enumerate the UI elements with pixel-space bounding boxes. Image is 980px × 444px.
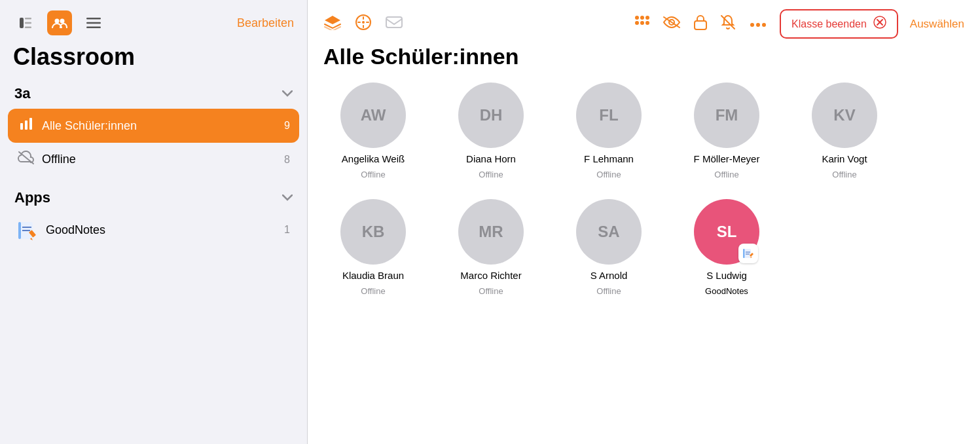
svg-rect-6 [86,18,101,20]
apps-chevron-icon [282,194,293,201]
student-avatar-aw: AW [340,83,406,148]
klasse-beenden-label: Klasse beenden [791,18,867,30]
student-avatar-kb: KB [340,199,406,265]
svg-point-23 [640,16,644,20]
auswahlen-button[interactable]: Auswählen [910,18,964,31]
cloud-off-icon [17,151,35,168]
student-aw[interactable]: AW Angelika Weiß Offline [334,83,412,179]
student-status-aw: Offline [361,170,385,179]
main-content: Klasse beenden Auswählen Alle Schüler:in… [308,0,980,444]
message-icon[interactable] [385,15,403,33]
lock-icon[interactable] [693,14,708,35]
student-sl[interactable]: SL S Ludwig GoodNotes [687,199,766,296]
svg-rect-10 [25,120,27,130]
toolbar-left [323,14,403,35]
student-name-dh: Diana Horn [466,153,516,164]
group-icon [52,16,67,29]
student-name-fl: F Lehmann [584,153,634,164]
group-view-button[interactable] [47,10,72,35]
student-status-mr: Offline [479,286,503,296]
student-status-dh: Offline [479,170,503,179]
layers-icon[interactable] [323,14,342,34]
student-kb[interactable]: KB Klaudia Braun Offline [334,199,412,296]
list-icon [86,17,101,29]
student-kv[interactable]: KV Karin Vogt Offline [805,83,884,179]
group-label: 3a [14,85,30,102]
svg-point-4 [55,19,60,24]
svg-point-27 [645,21,649,25]
student-status-kv: Offline [832,170,856,179]
student-status-sl: GoodNotes [705,286,748,296]
apps-grid-icon[interactable] [633,14,650,35]
svg-point-20 [362,21,365,24]
group-header[interactable]: 3a [8,79,299,109]
student-app-badge-sl [738,244,758,263]
apps-header[interactable]: Apps [8,183,299,213]
student-fm[interactable]: FM F Möller-Meyer Offline [687,83,766,179]
svg-point-34 [762,23,766,27]
student-name-fm: F Möller-Meyer [694,153,760,164]
svg-rect-1 [25,18,31,20]
svg-rect-8 [86,27,101,29]
student-avatar-fm: FM [694,83,759,148]
student-avatar-sl: SL [694,199,759,265]
goodnotes-count: 1 [284,224,290,236]
svg-point-32 [750,23,754,27]
goodnotes-icon [17,219,38,240]
goodnotes-label: GoodNotes [46,223,276,237]
eye-off-icon[interactable] [662,15,681,33]
main-title: Alle Schüler:innen [308,39,980,83]
student-avatar-fl: FL [576,83,642,148]
sidebar-icon-group [13,10,106,35]
svg-rect-39 [743,249,745,258]
offline-count: 8 [284,154,290,166]
edit-button[interactable]: Bearbeiten [237,16,294,30]
bar-chart-icon [17,117,35,135]
student-name-kb: Klaudia Braun [342,270,404,281]
more-icon[interactable] [748,16,768,33]
svg-rect-11 [29,118,32,130]
class-section: 3a Alle Schüler:innen 9 [0,79,307,176]
svg-point-25 [635,21,639,25]
svg-rect-0 [20,18,24,28]
svg-rect-9 [20,123,23,130]
apps-section: Apps GoodNotes 1 [0,183,307,247]
student-name-aw: Angelika Weiß [342,153,405,164]
goodnotes-item[interactable]: GoodNotes 1 [8,213,299,247]
student-name-mr: Marco Richter [460,270,521,281]
sidebar-toggle-button[interactable] [13,10,38,35]
student-status-fm: Offline [714,170,738,179]
svg-point-33 [756,23,760,27]
klasse-beenden-close-icon[interactable] [873,16,886,32]
apps-label: Apps [14,189,50,206]
student-mr[interactable]: MR Marco Richter Offline [452,199,530,296]
alle-schueler-label: Alle Schüler:innen [42,119,278,133]
offline-label: Offline [42,153,278,166]
student-avatar-dh: DH [458,83,524,148]
student-status-fl: Offline [596,170,621,179]
alle-schueler-count: 9 [284,120,290,132]
svg-point-24 [645,16,649,20]
student-dh[interactable]: DH Diana Horn Offline [452,83,530,179]
bell-off-icon[interactable] [719,14,736,35]
student-status-sa: Offline [596,286,621,296]
compass-icon[interactable] [355,14,372,35]
group-chevron-icon [282,90,293,97]
sidebar-title: Classroom [0,41,307,79]
student-sa[interactable]: SA S Arnold Offline [570,199,648,296]
student-fl[interactable]: FL F Lehmann Offline [570,83,648,179]
sidebar-toggle-icon [18,16,33,30]
list-view-button[interactable] [81,10,106,35]
sidebar-item-offline[interactable]: Offline 8 [8,143,299,176]
svg-rect-7 [86,22,101,24]
students-grid: AW Angelika Weiß Offline DH Diana Horn O… [308,83,980,296]
svg-point-22 [635,16,639,20]
klasse-beenden-box[interactable]: Klasse beenden [780,9,898,39]
sidebar: Bearbeiten Classroom 3a Alle Schüler:inn… [0,0,308,444]
sidebar-header: Bearbeiten [0,0,307,41]
svg-point-26 [640,21,644,25]
student-avatar-sa: SA [576,199,642,265]
svg-point-5 [60,19,65,24]
student-name-kv: Karin Vogt [822,153,867,164]
sidebar-item-alle-schueler[interactable]: Alle Schüler:innen 9 [8,109,299,143]
